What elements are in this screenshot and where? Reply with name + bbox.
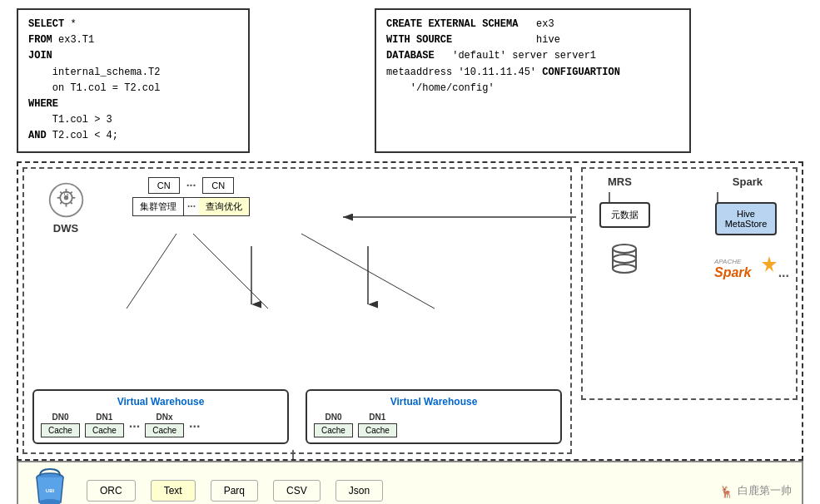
hive-area: Hive MetaStore APACHE Spark: [713, 202, 779, 281]
database-icon-area: [606, 240, 644, 281]
sql-left-box: SELECT * FROM ex3.T1 JOIN internal_schem…: [17, 8, 250, 153]
dn1-label-1: DN1: [96, 413, 112, 422]
deer-icon: 🦌: [718, 482, 734, 499]
dws-box: G DWS: [22, 167, 572, 454]
svg-point-15: [63, 195, 67, 200]
watermark-text: 白鹿第一帅: [738, 483, 792, 498]
sql-line5: on T1.col = T2.col: [28, 81, 238, 96]
cn-dots: ···: [186, 179, 196, 192]
mrs-label: MRS: [608, 175, 632, 188]
cn-top-row: CN ··· CN: [148, 177, 234, 194]
sql-line7: T1.col > 3: [28, 112, 238, 128]
cn-box-1: CN: [148, 177, 180, 194]
sql-line4: internal_schema.T2: [28, 65, 238, 81]
sql-r-line3: DATABASE 'default' server server1: [386, 48, 679, 64]
meta-box: 元数据: [599, 202, 650, 228]
sql-line6: WHERE: [28, 96, 238, 112]
arch-container: G DWS: [17, 161, 803, 461]
hive-line2: MetaStore: [725, 219, 768, 229]
dws-label: DWS: [53, 222, 78, 235]
dn0-label-2: DN0: [325, 413, 341, 422]
svg-point-26: [613, 264, 636, 273]
svg-point-25: [613, 254, 636, 263]
dws-icon-area: G DWS: [37, 181, 95, 235]
sql-line3: JOIN: [28, 48, 238, 64]
cn-sub-dots: ···: [184, 200, 199, 212]
storage-text: Text: [151, 480, 196, 502]
query-opt: 查询优化: [199, 198, 249, 215]
hive-metastore-box: Hive MetaStore: [715, 202, 778, 235]
dn1-label-2: DN1: [369, 413, 385, 422]
main-container: SELECT * FROM ex3.T1 JOIN internal_schem…: [0, 0, 820, 504]
dws-icon: G: [47, 181, 85, 219]
sql-r-line4: metaaddress '10.11.11.45' CONFIGUARTION: [386, 65, 679, 81]
cache-4: Cache: [314, 423, 353, 437]
dn1-box-1: DN1 Cache: [85, 413, 124, 437]
sql-r-line2: WITH SOURCE hive: [386, 32, 679, 48]
cn-box-2: CN: [202, 177, 234, 194]
cluster-mgmt: 集群管理: [133, 198, 184, 215]
sql-line2: FROM ex3.T1: [28, 32, 238, 48]
outer-container: SELECT * FROM ex3.T1 JOIN internal_schem…: [8, 8, 812, 499]
dn-row-2: DN0 Cache DN1 Cache: [314, 413, 554, 437]
svg-line-22: [70, 191, 72, 193]
svg-line-23: [60, 201, 62, 203]
meta-area: 元数据: [599, 202, 650, 281]
dnx-box: DNx Cache: [145, 413, 184, 437]
dn-dots-1: ···: [129, 419, 140, 434]
spark-logo: APACHE Spark: [713, 252, 779, 281]
cache-5: Cache: [358, 423, 397, 437]
sql-line1: SELECT *: [28, 17, 238, 32]
vw2-title: Virtual Warehouse: [314, 396, 554, 408]
vw-box-1: Virtual Warehouse DN0 Cache DN1 Cache ··…: [32, 389, 289, 444]
dn-row-1: DN0 Cache DN1 Cache ··· DNx Cache: [41, 413, 281, 437]
spark-icon-area: APACHE Spark: [713, 252, 779, 281]
vw-section: Virtual Warehouse DN0 Cache DN1 Cache ··…: [32, 389, 562, 444]
sql-right-box: CREATE EXTERNAL SCHEMA ex3 WITH SOURCE h…: [375, 8, 691, 153]
dn0-box-2: DN0 Cache: [314, 413, 353, 437]
cn-subrow: 集群管理 ··· 查询优化: [132, 197, 250, 216]
dn-dots-2: ···: [189, 419, 200, 434]
cache-2: Cache: [85, 423, 124, 437]
cache-1: Cache: [41, 423, 80, 437]
dn0-label-1: DN0: [52, 413, 68, 422]
spark-label: Spark: [733, 175, 763, 188]
storage-csv: CSV: [273, 480, 321, 502]
storage-json: Json: [335, 480, 383, 502]
svg-text:Spark: Spark: [714, 265, 753, 279]
svg-text:🦌: 🦌: [719, 485, 734, 499]
dnx-label: DNx: [157, 413, 173, 422]
storage-parq: Parq: [211, 480, 258, 502]
vw-box-2: Virtual Warehouse DN0 Cache DN1 Cache: [306, 389, 562, 444]
hive-line1: Hive: [725, 209, 768, 219]
top-section: SELECT * FROM ex3.T1 JOIN internal_schem…: [8, 8, 812, 153]
vw1-title: Virtual Warehouse: [41, 396, 281, 408]
svg-text:UBI: UBI: [46, 488, 55, 493]
watermark-area: 🦌 白鹿第一帅: [718, 482, 792, 499]
storage-orc: ORC: [87, 480, 136, 502]
storage-icon-area: UBI: [28, 467, 72, 505]
mrs-spark-box: MRS Spark 元数据: [581, 167, 798, 400]
dn1-box-2: DN1 Cache: [358, 413, 397, 437]
cn-area: CN ··· CN 集群管理 ··· 查询优化: [132, 177, 250, 216]
svg-point-24: [613, 245, 636, 253]
dn0-box-1: DN0 Cache: [41, 413, 80, 437]
svg-line-21: [70, 201, 72, 203]
database-icon: [606, 240, 644, 278]
svg-marker-31: [762, 256, 777, 272]
sql-r-line1: CREATE EXTERNAL SCHEMA ex3: [386, 17, 679, 32]
svg-line-20: [60, 191, 62, 193]
svg-text:APACHE: APACHE: [713, 258, 742, 265]
storage-section: UBI ORC Text Parq CSV Json 🦌 白鹿第一帅: [17, 461, 803, 505]
sql-r-line5: '/home/config': [386, 81, 679, 96]
cache-3: Cache: [145, 423, 184, 437]
mrs-dots: ···: [778, 269, 789, 284]
storage-bucket-icon: UBI: [28, 467, 72, 505]
sql-line8: AND T2.col < 4;: [28, 128, 238, 144]
